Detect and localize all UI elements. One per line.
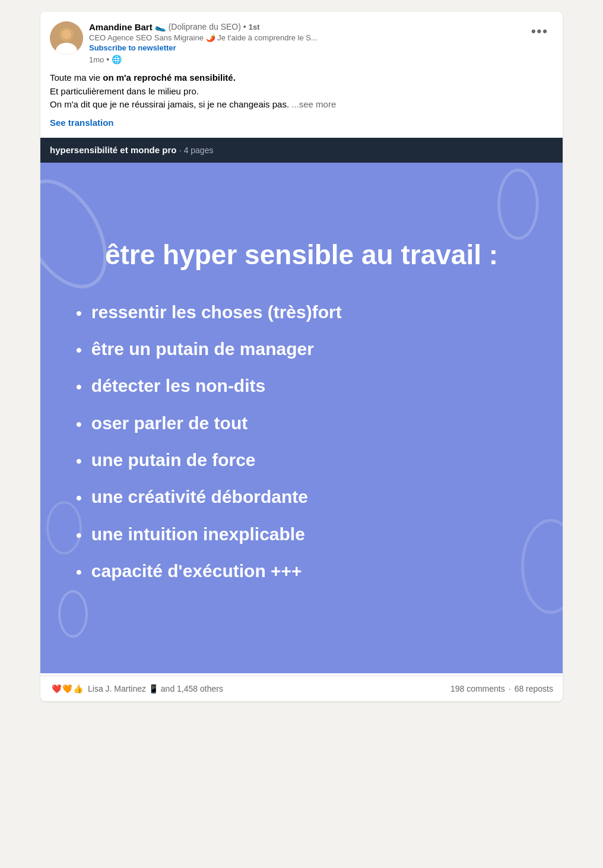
post-text-line1: Toute ma vie xyxy=(50,72,103,83)
doc-main-title: être hyper sensible au travail : xyxy=(105,239,498,271)
reactions-people-text: Lisa J. Martinez 📱 and 1,458 others xyxy=(88,684,223,693)
bg-shape-1 xyxy=(40,164,125,303)
post-header: Amandine Bart 🥿 (Doliprane du SEO) • 1st… xyxy=(40,12,563,64)
doc-bullet-5: • xyxy=(76,487,82,509)
document-pages-count: 4 pages xyxy=(184,145,214,155)
doc-bullet-1: • xyxy=(76,340,82,361)
reactions-left: ❤️ 🧡 👍 Lisa J. Martinez 📱 and 1,458 othe… xyxy=(50,682,223,695)
post-time: 1mo xyxy=(89,55,104,64)
doc-bullet-3: • xyxy=(76,414,82,435)
doc-list-text-6: une intuition inexplicable xyxy=(91,522,305,546)
doc-list-text-2: détecter les non-dits xyxy=(91,374,265,397)
post-header-left: Amandine Bart 🥿 (Doliprane du SEO) • 1st… xyxy=(50,21,318,64)
doc-list-item-2: •détecter les non-dits xyxy=(76,374,527,398)
reactions-sep: · xyxy=(509,684,511,693)
doc-list-item-5: •une créativité débordante xyxy=(76,485,527,509)
doc-bullet-4: • xyxy=(76,451,82,472)
connection-badge: 1st xyxy=(249,23,260,31)
post-meta: 1mo • 🌐 xyxy=(89,55,318,64)
author-tagline: CEO Agence SEO Sans Migraine 🌶️ Je t'aid… xyxy=(89,33,318,42)
doc-list-text-5: une créativité débordante xyxy=(91,485,308,508)
document-title: hypersensibilité et monde pro xyxy=(50,145,176,155)
author-emoji: 🥿 xyxy=(155,21,166,32)
doc-list-item-6: •une intuition inexplicable xyxy=(76,522,527,546)
avatar[interactable] xyxy=(50,21,83,55)
doc-list-text-4: une putain de force xyxy=(91,448,256,471)
post-content: Toute ma vie on m'a reproché ma sensibil… xyxy=(40,64,563,133)
doc-bullet-2: • xyxy=(76,376,82,398)
bg-shape-5 xyxy=(58,590,88,638)
bg-shape-2 xyxy=(497,169,539,240)
globe-icon: 🌐 xyxy=(112,55,122,64)
author-parenthetical: (Doliprane du SEO) xyxy=(169,22,241,31)
reaction-emoji-thumbs: 👍 xyxy=(71,682,84,695)
doc-list-item-1: •être un putain de manager xyxy=(76,337,527,361)
reactions-right: 198 comments · 68 reposts xyxy=(450,684,553,693)
meta-dot: • xyxy=(106,55,109,64)
post-text: Toute ma vie on m'a reproché ma sensibil… xyxy=(50,71,553,112)
doc-list: •ressentir les choses (très)fort•être un… xyxy=(76,300,527,597)
post-reactions: ❤️ 🧡 👍 Lisa J. Martinez 📱 and 1,458 othe… xyxy=(40,676,563,701)
bg-shape-3 xyxy=(521,519,563,614)
author-info: Amandine Bart 🥿 (Doliprane du SEO) • 1st… xyxy=(89,21,318,64)
see-translation-link[interactable]: See translation xyxy=(50,118,114,128)
post-text-line3: On m'a dit que je ne réussirai jamais, s… xyxy=(50,99,289,109)
reaction-emojis: ❤️ 🧡 👍 xyxy=(50,682,84,695)
subscribe-newsletter-link[interactable]: Subscribe to newsletter xyxy=(89,43,318,52)
doc-list-text-7: capacité d'exécution +++ xyxy=(91,559,302,582)
author-separator: • xyxy=(243,22,246,31)
svg-point-3 xyxy=(62,30,71,39)
doc-bullet-7: • xyxy=(76,562,82,583)
doc-list-text-0: ressentir les choses (très)fort xyxy=(91,300,342,324)
document-header: hypersensibilité et monde pro · 4 pages xyxy=(40,138,563,163)
doc-bullet-0: • xyxy=(76,303,82,324)
more-options-button[interactable]: ••• xyxy=(526,21,553,42)
post-text-bold: on m'a reproché ma sensibilité. xyxy=(103,72,236,83)
reactions-comments[interactable]: 198 comments xyxy=(450,684,505,693)
doc-bullet-6: • xyxy=(76,525,82,546)
doc-list-text-3: oser parler de tout xyxy=(91,411,247,435)
document-image[interactable]: être hyper sensible au travail : •ressen… xyxy=(40,163,563,673)
doc-list-item-0: •ressentir les choses (très)fort xyxy=(76,300,527,324)
doc-list-item-4: •une putain de force xyxy=(76,448,527,472)
reactions-reposts[interactable]: 68 reposts xyxy=(515,684,553,693)
author-name: Amandine Bart xyxy=(89,22,153,32)
post-text-line2: Et particulièrement dans le milieu pro. xyxy=(50,86,199,96)
see-more-button[interactable]: ...see more xyxy=(291,99,336,109)
doc-list-item-7: •capacité d'exécution +++ xyxy=(76,559,527,583)
author-name-row: Amandine Bart 🥿 (Doliprane du SEO) • 1st xyxy=(89,21,318,32)
document-pages: · xyxy=(179,145,184,155)
doc-list-text-1: être un putain de manager xyxy=(91,337,314,360)
post-card: Amandine Bart 🥿 (Doliprane du SEO) • 1st… xyxy=(40,12,563,701)
doc-list-item-3: •oser parler de tout xyxy=(76,411,527,435)
